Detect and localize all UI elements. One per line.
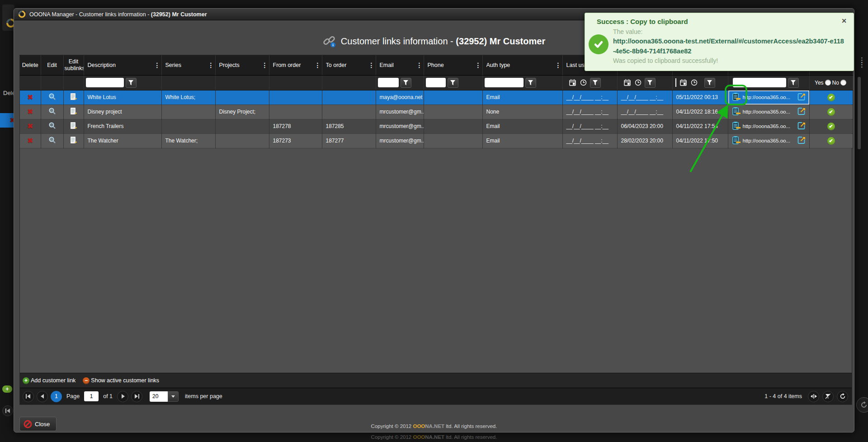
filter-funnel-button[interactable] [448, 78, 458, 88]
col-delete: Delete [20, 55, 41, 75]
toast-title: Success : Copy to clipboard [589, 18, 845, 25]
col-description[interactable]: Description⋮ [84, 55, 161, 75]
page-size-select[interactable] [150, 391, 179, 402]
table-row[interactable]: ✖ White Lotus White Lotus; maya@ooona.ne… [20, 90, 853, 105]
copy-to-clipboard-icon[interactable] [732, 107, 741, 117]
edit-sublinks-icon[interactable] [70, 110, 77, 116]
delete-icon[interactable]: ✖ [27, 122, 33, 130]
col-phone[interactable]: Phone⋮ [424, 55, 482, 75]
open-external-link-icon[interactable] [797, 122, 806, 131]
table-row[interactable]: ✖ Disney project Disney Project; mrcusto… [20, 105, 853, 119]
grid-empty-area [20, 148, 852, 373]
copyright: Copyright © 2012 OOONA.NET ltd. All righ… [14, 423, 854, 429]
filter-funnel-button[interactable] [126, 78, 137, 88]
next-page-button[interactable] [117, 391, 128, 402]
created-cell: 04/11/2022 18:16 [672, 105, 728, 119]
phone-cell [424, 105, 482, 119]
open-external-link-icon[interactable] [797, 107, 806, 117]
edit-icon[interactable] [48, 139, 56, 145]
phone-filter-input[interactable] [426, 78, 446, 87]
to-order-cell [322, 105, 376, 119]
auth-type-filter-input[interactable] [485, 78, 524, 87]
filter-funnel-button[interactable] [525, 78, 536, 88]
toast-message: Was copied to clipboard successfully! [613, 56, 845, 65]
from-order-cell: 187278 [269, 119, 322, 133]
table-row[interactable]: ✖ French Trailers 187278 187285 mrcustom… [20, 119, 853, 133]
column-menu-icon[interactable]: ⋮ [555, 62, 561, 69]
clear-filters-button[interactable] [822, 391, 834, 402]
refresh-button[interactable] [837, 391, 848, 402]
delete-icon[interactable]: ✖ [27, 137, 33, 144]
success-toast: Success : Copy to clipboard ✕ The value:… [585, 13, 854, 71]
prev-page-button[interactable] [37, 391, 48, 402]
edit-icon[interactable] [48, 110, 56, 116]
description-cell: French Trailers [84, 119, 161, 133]
url-text: http://ooona365.oo... [743, 138, 795, 143]
filter-funnel-button[interactable] [788, 78, 799, 88]
column-menu-icon[interactable]: ⋮ [208, 62, 213, 69]
series-cell [161, 119, 215, 133]
current-page-button[interactable]: 1 [51, 391, 62, 402]
no-radio[interactable] [840, 80, 846, 86]
ooona-logo-icon [18, 10, 26, 18]
email-filter-input[interactable] [378, 78, 399, 87]
background-scrollbar [858, 77, 861, 149]
from-order-cell: 187273 [269, 133, 322, 148]
col-series[interactable]: Series⋮ [161, 55, 215, 75]
to-order-cell: 187285 [322, 119, 376, 133]
first-page-button[interactable] [23, 391, 34, 402]
open-external-link-icon[interactable] [797, 136, 806, 146]
copy-to-clipboard-icon[interactable] [732, 136, 741, 146]
clock-icon[interactable] [579, 78, 588, 87]
filter-funnel-button[interactable] [590, 78, 601, 88]
to-order-cell: 187277 [322, 133, 376, 148]
clock-icon[interactable] [690, 78, 699, 87]
background-copyright: Copyright © 2012 OOONA.NET ltd. All righ… [0, 434, 868, 440]
copy-to-clipboard-icon[interactable] [732, 92, 741, 103]
page-size-value[interactable] [150, 391, 168, 402]
last-page-button[interactable] [131, 391, 142, 402]
col-to-order[interactable]: To order⋮ [322, 55, 376, 75]
table-row[interactable]: ✖ The Watcher The Watcher; 187273 187277… [20, 133, 853, 148]
filter-funnel-button[interactable] [401, 78, 411, 88]
description-cell: Disney project [84, 105, 161, 119]
edit-sublinks-icon[interactable] [70, 95, 77, 102]
delete-icon[interactable]: ✖ [27, 93, 33, 101]
filter-funnel-button[interactable] [704, 78, 715, 88]
filter-funnel-button[interactable] [645, 78, 656, 88]
calendar-icon[interactable] [679, 78, 688, 87]
yes-radio[interactable] [825, 80, 831, 86]
column-menu-icon[interactable]: ⋮ [315, 62, 320, 69]
page-size-dropdown-button[interactable] [168, 391, 179, 402]
toast-close-icon[interactable]: ✕ [841, 17, 847, 24]
add-customer-link-button[interactable]: + Add customer link [23, 377, 75, 384]
edit-sublinks-icon[interactable] [70, 124, 77, 131]
column-menu-icon[interactable]: ⋮ [262, 62, 267, 69]
calendar-icon[interactable] [568, 78, 577, 87]
delete-icon[interactable]: ✖ [27, 108, 33, 115]
calendar-icon[interactable] [623, 78, 632, 87]
copy-to-clipboard-icon[interactable] [732, 121, 741, 132]
col-auth-type[interactable]: Auth type⋮ [482, 55, 562, 75]
page-number-input[interactable] [84, 391, 99, 401]
column-menu-icon[interactable]: ⋮ [416, 62, 422, 69]
last-used-cell: __/__/____ __:__ [562, 90, 617, 105]
col-email[interactable]: Email⋮ [376, 55, 424, 75]
last-used-cell: __/__/____ __:__ [562, 105, 617, 119]
url-filter-input[interactable] [733, 78, 786, 87]
fit-columns-button[interactable] [808, 391, 819, 402]
col-from-order[interactable]: From order⋮ [269, 55, 322, 75]
edit-icon[interactable] [48, 124, 56, 131]
edit-sublinks-icon[interactable] [70, 139, 77, 145]
toast-url: http://ooona365.ooona-test.net/External/… [613, 36, 845, 56]
show-active-customer-links-button[interactable]: − Show active customer links [83, 377, 159, 384]
column-menu-icon[interactable]: ⋮ [475, 62, 481, 69]
col-projects[interactable]: Projects⋮ [215, 55, 269, 75]
column-menu-icon[interactable]: ⋮ [154, 62, 160, 69]
column-menu-icon[interactable]: ⋮ [368, 62, 374, 69]
open-external-link-icon[interactable] [797, 93, 806, 102]
edit-icon[interactable] [48, 95, 56, 102]
clock-icon[interactable] [634, 78, 643, 87]
description-filter-input[interactable] [86, 78, 124, 87]
url-cell: http://ooona365.oo... [728, 105, 809, 119]
